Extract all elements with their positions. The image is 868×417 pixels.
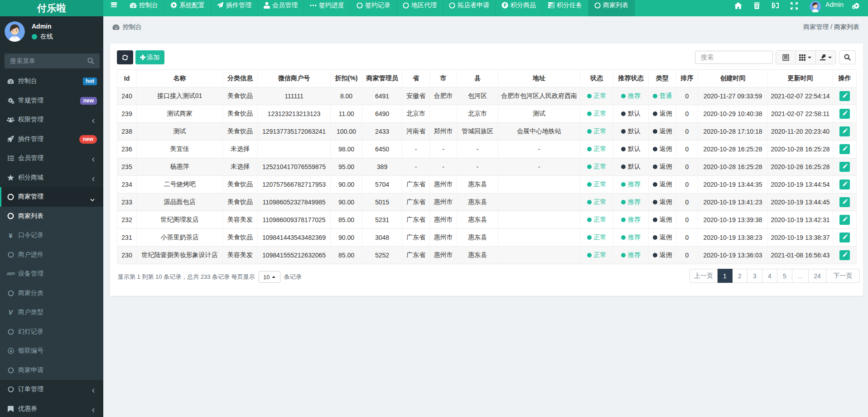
svg-text:B: B	[10, 349, 12, 353]
